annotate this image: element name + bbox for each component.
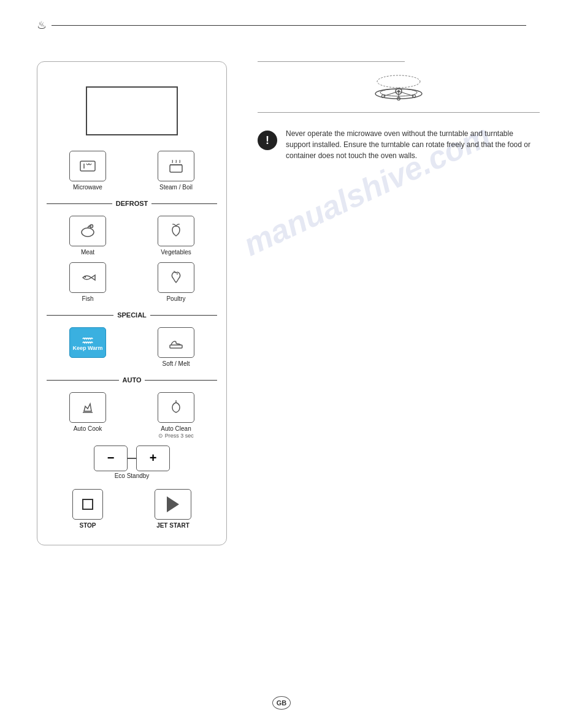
steam-boil-icon <box>166 156 186 176</box>
meat-icon <box>78 221 98 241</box>
special-label: SPECIAL <box>117 311 147 319</box>
vegetables-label: Vegetables <box>161 249 191 256</box>
defrost-line-left <box>47 203 112 204</box>
meat-label: Meat <box>81 249 94 256</box>
auto-label: AUTO <box>123 376 142 384</box>
fish-icon <box>78 268 98 287</box>
defrost-divider: DEFROST <box>47 200 217 207</box>
vegetables-icon <box>166 221 186 241</box>
play-triangle-icon <box>167 496 179 512</box>
auto-line-right <box>145 380 217 381</box>
fish-button[interactable] <box>69 262 106 293</box>
warning-icon: ! <box>258 131 277 150</box>
poultry-button[interactable] <box>158 262 194 293</box>
keep-warm-icon <box>80 334 96 345</box>
stop-square-icon <box>82 499 93 510</box>
special-divider: SPECIAL <box>47 311 217 319</box>
defrost-row-1: Meat Vegetables <box>47 216 217 256</box>
special-line-right <box>150 315 217 316</box>
steam-boil-btn-item: Steam / Boil <box>135 151 217 191</box>
steam-boil-label: Steam / Boil <box>159 184 193 191</box>
defrost-row-2: Fish Poultry <box>47 262 217 303</box>
bottom-control-row: STOP JET START <box>47 489 217 529</box>
stop-button[interactable] <box>72 489 103 520</box>
poultry-btn-item: Poultry <box>135 262 217 303</box>
jet-start-button[interactable] <box>155 489 191 520</box>
svg-point-4 <box>82 228 94 237</box>
eco-standby-section: − + Eco Standby <box>47 446 217 479</box>
special-line-left <box>47 315 113 316</box>
page-header: ♨ <box>37 18 526 32</box>
display-screen <box>86 86 178 135</box>
soft-melt-btn-item: Soft / Melt <box>135 327 217 368</box>
auto-cook-label: Auto Cook <box>74 425 102 433</box>
cooking-mode-row: Microwave Steam / Boil <box>47 151 217 191</box>
right-content-area: ! Never operate the microwave oven witho… <box>258 61 540 161</box>
svg-point-6 <box>85 276 86 278</box>
auto-cook-btn-item: Auto Cook <box>47 392 129 433</box>
gb-badge: GB <box>272 696 291 710</box>
soft-melt-button[interactable] <box>158 327 194 358</box>
auto-clean-button[interactable] <box>158 392 194 423</box>
info-text: Never operate the microwave oven without… <box>286 128 540 161</box>
minus-button[interactable]: − <box>94 446 128 471</box>
stop-btn-item: STOP <box>72 489 103 529</box>
keep-warm-text: Keep Warm <box>72 346 102 352</box>
control-panel: Microwave Steam / Boil DEFROST <box>37 61 227 545</box>
soft-melt-label: Soft / Melt <box>162 360 190 368</box>
turntable-section <box>258 61 540 113</box>
auto-clean-label: Auto Clean <box>161 425 191 433</box>
info-section: ! Never operate the microwave oven witho… <box>258 128 540 161</box>
microwave-btn-item: Microwave <box>47 151 129 191</box>
keep-warm-btn-item: Keep Warm <box>47 327 129 358</box>
auto-clean-sublabel: ⊙ Press 3 sec <box>158 433 194 439</box>
defrost-line-right <box>151 203 217 204</box>
auto-line-left <box>47 380 119 381</box>
meat-button[interactable] <box>69 216 106 246</box>
svg-rect-0 <box>80 161 95 171</box>
svg-rect-8 <box>170 345 182 348</box>
defrost-label: DEFROST <box>116 200 148 207</box>
stop-label: STOP <box>79 522 96 529</box>
microwave-icon <box>78 156 98 176</box>
microwave-button[interactable] <box>69 151 106 181</box>
svg-rect-2 <box>170 165 182 172</box>
plus-minus-row: − + <box>94 446 170 471</box>
auto-divider: AUTO <box>47 376 217 384</box>
eco-standby-label: Eco Standby <box>115 472 150 479</box>
gb-text: GB <box>277 699 287 707</box>
turntable-illustration <box>371 69 426 103</box>
meat-btn-item: Meat <box>47 216 129 256</box>
vegetables-button[interactable] <box>158 216 194 246</box>
plus-icon: + <box>150 451 157 465</box>
special-row: Keep Warm Soft / Melt <box>47 327 217 368</box>
soft-melt-icon <box>166 333 186 352</box>
plus-button[interactable]: + <box>136 446 170 471</box>
svg-point-7 <box>177 273 178 275</box>
poultry-label: Poultry <box>166 295 185 303</box>
minus-icon: − <box>107 451 115 465</box>
auto-clean-btn-item: Auto Clean ⊙ Press 3 sec <box>135 392 217 439</box>
steam-boil-button[interactable] <box>158 151 194 181</box>
jet-start-btn-item: JET START <box>155 489 191 529</box>
microwave-label: Microwave <box>73 184 102 191</box>
vegetables-btn-item: Vegetables <box>135 216 217 256</box>
fish-label: Fish <box>82 295 94 303</box>
auto-clean-icon <box>166 398 186 417</box>
keep-warm-button[interactable]: Keep Warm <box>69 327 106 358</box>
auto-cook-icon <box>78 398 98 417</box>
fish-btn-item: Fish <box>47 262 129 303</box>
heat-icon: ♨ <box>37 18 47 32</box>
pm-separator <box>128 458 136 459</box>
auto-row: Auto Cook Auto Clean ⊙ Press 3 sec <box>47 392 217 439</box>
svg-point-20 <box>377 75 420 88</box>
header-line <box>52 25 526 26</box>
turntable-top-line <box>258 61 405 62</box>
poultry-icon <box>166 268 186 287</box>
auto-cook-button[interactable] <box>69 392 106 423</box>
jet-start-label: JET START <box>156 522 190 529</box>
